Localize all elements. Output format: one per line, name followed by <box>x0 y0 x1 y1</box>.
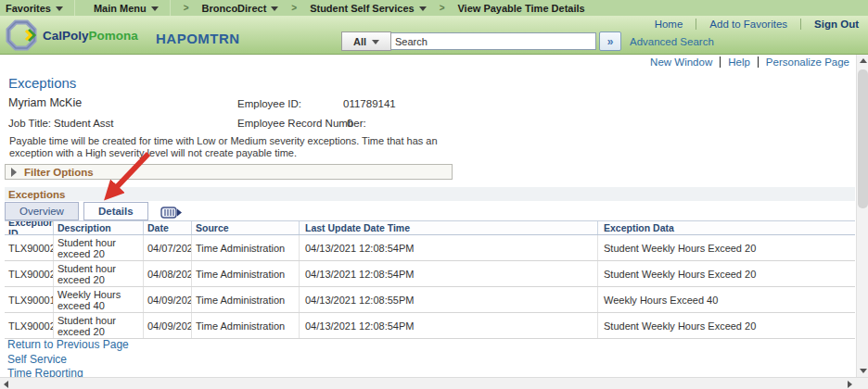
cell-source: Time Administration <box>192 261 300 286</box>
vertical-scrollbar[interactable] <box>856 55 868 377</box>
cell-description: Student hour exceed 20 <box>54 261 144 286</box>
employee-id-value: 011789141 <box>343 98 396 109</box>
scroll-down-icon[interactable] <box>860 369 867 373</box>
search-input[interactable] <box>391 32 596 50</box>
cell-source: Time Administration <box>192 313 300 338</box>
main-menu[interactable]: Main Menu <box>88 3 164 14</box>
show-all-columns-icon[interactable] <box>160 207 183 219</box>
cell-exception-id: TLX90002 <box>5 261 54 286</box>
chevron-down-icon <box>271 6 278 11</box>
col-header-last-update: Last Update Date Time <box>300 221 598 234</box>
favorites-menu[interactable]: Favorites <box>0 3 69 14</box>
tab-overview[interactable]: Overview <box>5 202 79 220</box>
employee-name: Myriam McKie <box>8 96 82 109</box>
scroll-right-icon[interactable] <box>848 381 852 388</box>
return-to-previous-page-link[interactable]: Return to Previous Page <box>7 338 129 351</box>
cell-last-update: 04/13/2021 12:08:54PM <box>300 261 598 286</box>
divider <box>758 56 759 68</box>
view-payable-time-details-page: Favorites Main Menu > BroncoDirect > Stu… <box>0 0 868 389</box>
chevron-down-icon <box>56 6 63 11</box>
horizontal-scrollbar[interactable] <box>0 377 868 389</box>
employee-record-value: 0 <box>347 118 352 129</box>
cell-source: Time Administration <box>192 287 300 312</box>
cell-source: Time Administration <box>192 235 300 260</box>
home-link[interactable]: Home <box>655 19 683 30</box>
table-row: TLX90002 Student hour exceed 20 04/09/20… <box>5 313 855 339</box>
exceptions-tabs: Overview Details <box>5 202 183 220</box>
chevron-down-icon <box>151 6 159 11</box>
table-row: TLX90002 Student hour exceed 20 04/07/20… <box>5 235 855 261</box>
utility-links: New Window Help Personalize Page <box>650 56 849 68</box>
cell-date: 04/07/2021 <box>144 235 192 260</box>
student-self-services-label: Student Self Services <box>310 3 415 14</box>
divider <box>170 0 171 16</box>
personalize-page-link[interactable]: Personalize Page <box>766 56 849 68</box>
filter-options-toggle[interactable]: Filter Options <box>5 164 453 180</box>
breadcrumb-separator: > <box>184 3 189 13</box>
filter-options-label: Filter Options <box>24 167 94 178</box>
logo-wordmark: CalPolyPomona <box>43 29 138 43</box>
cell-description: Student hour exceed 20 <box>54 313 144 338</box>
cell-exception-id: TLX90001 <box>5 287 54 312</box>
exceptions-section-header: Exceptions <box>5 187 855 201</box>
breadcrumb-broncodirect[interactable]: BroncoDirect <box>197 3 285 14</box>
page-title: Exceptions <box>8 75 76 91</box>
col-header-date: Date <box>144 221 192 234</box>
chevron-down-icon <box>419 6 427 11</box>
note-line-1: Payable time will be created for time wi… <box>9 135 438 147</box>
current-page-label: View Payable Time Details <box>457 3 584 14</box>
divider <box>720 56 721 68</box>
divider <box>800 19 801 30</box>
sign-out-link[interactable]: Sign Out <box>814 19 859 30</box>
cell-last-update: 04/13/2021 12:08:54PM <box>300 313 598 338</box>
divider <box>74 0 75 16</box>
vertical-scroll-thumb[interactable] <box>858 69 868 208</box>
cell-exception-id: TLX90002 <box>5 313 54 338</box>
self-service-link[interactable]: Self Service <box>7 353 67 366</box>
add-to-favorites-link[interactable]: Add to Favorites <box>709 19 787 30</box>
cell-date: 04/08/2021 <box>144 261 192 286</box>
search-go-button[interactable]: » <box>599 31 621 51</box>
help-link[interactable]: Help <box>728 56 750 68</box>
cell-exception-data: Weekly Hours Exceed 40 <box>598 287 855 312</box>
cell-exception-data: Student Weekly Hours Exceed 20 <box>598 235 855 260</box>
search-bar: All » Advanced Search <box>341 31 714 51</box>
cell-description: Weekly Hours exceed 40 <box>54 287 144 312</box>
tab-details[interactable]: Details <box>83 202 148 220</box>
job-title-label: Job Title: <box>8 118 51 129</box>
breadcrumb-separator: > <box>440 3 445 13</box>
col-header-description: Description <box>54 221 144 234</box>
scroll-up-icon[interactable] <box>860 58 867 63</box>
breadcrumb-student-self-services[interactable]: Student Self Services <box>304 3 432 14</box>
expand-triangle-icon <box>11 168 17 177</box>
cell-last-update: 04/13/2021 12:08:55PM <box>300 287 598 312</box>
app-header: CalPolyPomona HAPOMTRN Home Add to Favor… <box>0 16 868 55</box>
col-header-exception-data: Exception Data <box>598 221 855 234</box>
scroll-left-icon[interactable] <box>4 381 8 388</box>
exceptions-table: Exception ID Description Date Source Las… <box>5 220 855 339</box>
cell-description: Student hour exceed 20 <box>54 235 144 260</box>
cell-date: 04/09/2021 <box>144 313 192 338</box>
chevron-down-icon <box>372 40 379 44</box>
favorites-label: Favorites <box>6 3 51 14</box>
table-row: TLX90001 Weekly Hours exceed 40 04/09/20… <box>5 287 855 313</box>
calpoly-pomona-logo[interactable]: CalPolyPomona <box>4 19 138 52</box>
table-header-row: Exception ID Description Date Source Las… <box>5 220 855 235</box>
octagon-logo-icon <box>4 19 39 52</box>
table-row: TLX90002 Student hour exceed 20 04/08/20… <box>5 261 855 287</box>
breadcrumb: Favorites Main Menu > BroncoDirect > Stu… <box>0 0 868 16</box>
cell-exception-id: TLX90002 <box>5 235 54 260</box>
divider <box>696 19 696 30</box>
new-window-link[interactable]: New Window <box>650 56 712 68</box>
broncodirect-label: BroncoDirect <box>202 3 267 14</box>
cell-exception-data: Student Weekly Hours Exceed 20 <box>598 313 855 338</box>
severity-note: Payable time will be created for time wi… <box>9 135 438 158</box>
search-scope-value: All <box>353 36 366 47</box>
cell-last-update: 04/13/2021 12:08:54PM <box>300 235 598 260</box>
search-scope-dropdown[interactable]: All <box>341 31 391 51</box>
employee-id-label: Employee ID: <box>237 98 301 109</box>
col-header-exception-id: Exception ID <box>5 221 54 234</box>
cell-date: 04/09/2021 <box>144 287 192 312</box>
advanced-search-link[interactable]: Advanced Search <box>630 36 714 47</box>
col-header-source: Source <box>192 221 300 234</box>
